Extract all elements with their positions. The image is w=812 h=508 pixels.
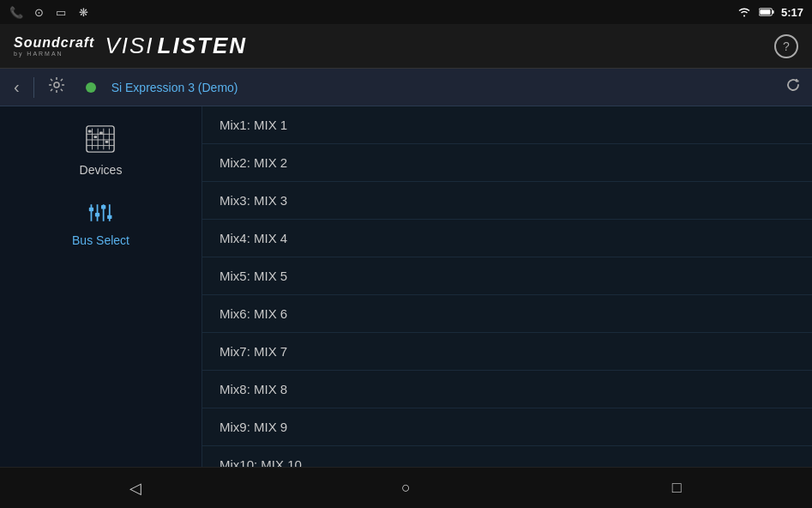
device-name: Si Expression 3 (Demo) xyxy=(111,81,238,94)
mix-list-item-10[interactable]: Mix10: MIX 10 xyxy=(202,446,812,467)
nav-back-system-button[interactable]: ◁ xyxy=(110,471,161,505)
mix-list[interactable]: Mix1: MIX 1Mix2: MIX 2Mix3: MIX 3Mix4: M… xyxy=(202,106,812,467)
title-bar: Soundcraft by HARMAN ViSi LiSTEN ? xyxy=(0,24,812,69)
svg-rect-13 xyxy=(94,136,98,138)
nav-bar: ‹ Si Expression 3 (Demo) xyxy=(0,69,812,106)
sidebar-bus-select-label: Bus Select xyxy=(72,233,129,247)
svg-rect-12 xyxy=(88,130,92,133)
svg-rect-23 xyxy=(107,215,111,219)
svg-rect-22 xyxy=(101,205,105,209)
main-content: Devices Bus Select xyxy=(0,106,812,467)
svg-rect-15 xyxy=(105,141,109,143)
nav-settings-button[interactable] xyxy=(45,73,69,101)
circle-dot-icon: ⊙ xyxy=(31,4,46,20)
refresh-button[interactable] xyxy=(785,76,802,98)
brand-harman: by HARMAN xyxy=(14,51,63,57)
mix-list-item-4[interactable]: Mix4: MIX 4 xyxy=(202,220,812,257)
svg-rect-4 xyxy=(87,126,114,152)
wifi-icon xyxy=(737,4,752,20)
nav-home-button[interactable]: ○ xyxy=(380,471,431,505)
brand-logo: Soundcraft by HARMAN xyxy=(14,35,94,57)
mix-list-item-6[interactable]: Mix6: MIX 6 xyxy=(202,295,812,333)
brand-soundcraft: Soundcraft xyxy=(14,35,94,51)
status-left-icons: 📞 ⊙ ▭ ❋ xyxy=(9,4,91,20)
phone-icon: 📞 xyxy=(9,4,24,20)
sidebar-item-devices[interactable]: Devices xyxy=(80,124,123,177)
nav-back-button[interactable]: ‹ xyxy=(10,74,23,100)
title-right: ? xyxy=(774,34,798,58)
bottom-nav-bar: ◁ ○ □ xyxy=(0,467,812,508)
brand-visi: ViSi xyxy=(105,33,153,59)
mix-list-item-8[interactable]: Mix8: MIX 8 xyxy=(202,371,812,408)
svg-rect-1 xyxy=(773,10,774,14)
sidebar-devices-label: Devices xyxy=(80,163,123,177)
device-status-indicator xyxy=(86,82,96,93)
svg-rect-14 xyxy=(100,131,104,134)
brand-visi-listen: ViSi LiSTEN xyxy=(105,33,247,59)
sidebar: Devices Bus Select xyxy=(0,106,202,467)
sidebar-item-bus-select[interactable]: Bus Select xyxy=(72,201,129,247)
mix-list-item-2[interactable]: Mix2: MIX 2 xyxy=(202,144,812,182)
mix-list-item-5[interactable]: Mix5: MIX 5 xyxy=(202,257,812,295)
tablet-icon: ▭ xyxy=(53,4,69,20)
mixer-icon xyxy=(85,124,116,158)
status-bar: 📞 ⊙ ▭ ❋ 5:17 xyxy=(0,0,812,24)
svg-rect-20 xyxy=(88,208,93,211)
settings-small-icon: ❋ xyxy=(75,4,91,20)
status-right-icons: 5:17 xyxy=(737,4,803,20)
nav-divider xyxy=(33,77,34,98)
battery-icon xyxy=(759,4,774,20)
mix-list-item-3[interactable]: Mix3: MIX 3 xyxy=(202,182,812,220)
help-button[interactable]: ? xyxy=(774,34,798,58)
fader-icon xyxy=(87,201,115,228)
mix-list-item-7[interactable]: Mix7: MIX 7 xyxy=(202,333,812,371)
mix-list-item-1[interactable]: Mix1: MIX 1 xyxy=(202,106,812,144)
svg-rect-21 xyxy=(94,213,99,216)
brand-listen: LiSTEN xyxy=(158,33,247,59)
mix-list-item-9[interactable]: Mix9: MIX 9 xyxy=(202,408,812,446)
nav-recent-button[interactable]: □ xyxy=(651,471,702,505)
status-time: 5:17 xyxy=(781,6,803,19)
svg-rect-2 xyxy=(760,9,770,15)
svg-point-3 xyxy=(54,82,59,88)
